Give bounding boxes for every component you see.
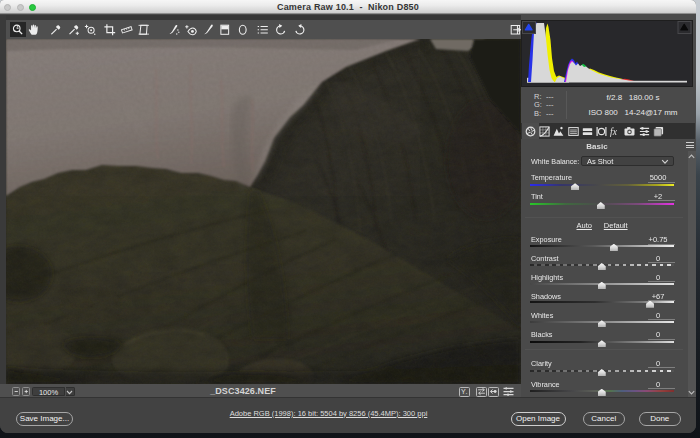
svg-text:fx: fx xyxy=(610,126,618,136)
